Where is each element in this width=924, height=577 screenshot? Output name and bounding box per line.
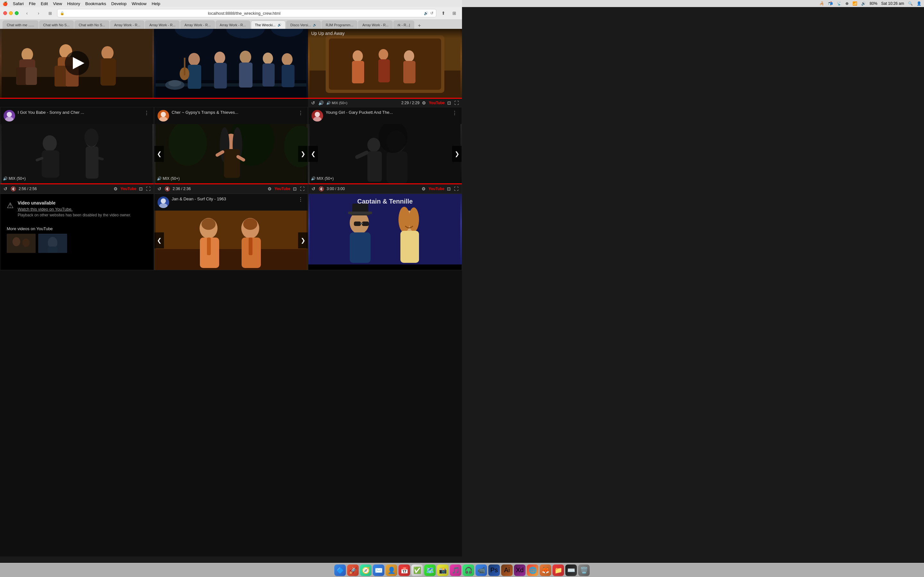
minimize-button[interactable] (9, 11, 13, 15)
carousel-prev-jan-dean[interactable]: ❮ (154, 232, 164, 248)
cast-2[interactable]: ⊡ (292, 185, 297, 192)
tvshow-thumbnail[interactable]: Up Up and Away (308, 29, 462, 98)
carousel-next-3[interactable]: ❯ (452, 146, 462, 162)
menu-history[interactable]: History (67, 1, 80, 6)
cast-btn-top[interactable]: ⊡ (447, 100, 452, 106)
tab-disco[interactable]: Disco Versi... 🔊 (286, 21, 321, 29)
carousel-next-jan-dean[interactable]: ❯ (298, 232, 308, 248)
video-2-progress (154, 98, 308, 99)
maximize-button[interactable] (15, 11, 19, 15)
address-bar[interactable]: 🔒 localhost:8888/the_wrecking_crew.html … (57, 9, 436, 17)
video-grid-middle: I Got You Babe - Sonny and Cher ... ⋮ (0, 107, 462, 193)
replay-btn-top[interactable]: ↺ (310, 100, 316, 106)
video-3-menu-btn[interactable]: ⋮ (451, 110, 459, 116)
replay-3[interactable]: ↺ (311, 185, 316, 192)
video-1-menu-btn[interactable]: ⋮ (143, 110, 150, 116)
more-thumb-2[interactable] (38, 234, 67, 253)
video-3-info: Young Girl - Gary Puckett And The... (326, 110, 448, 115)
apple-menu[interactable]: 🍎 (3, 1, 8, 6)
menu-develop[interactable]: Develop (111, 1, 127, 6)
reload-button[interactable]: ↺ (430, 11, 433, 15)
menu-bookmarks[interactable]: Bookmarks (86, 1, 106, 6)
tab-chat-1[interactable]: Chat with me ...... (3, 21, 39, 29)
replay-1[interactable]: ↺ (3, 185, 8, 192)
carousel-prev-3[interactable]: ❮ (309, 146, 318, 162)
svg-point-73 (367, 138, 380, 152)
unavailable-text: Video unavailable Watch this video on Yo… (18, 200, 131, 218)
more-thumb-1[interactable] (7, 234, 36, 253)
new-tab-button[interactable]: ⊞ (450, 10, 459, 17)
settings-btn-top[interactable]: ⚙ (421, 100, 427, 106)
menu-window[interactable]: Window (132, 1, 146, 6)
video-2-menu-btn[interactable]: ⋮ (297, 110, 304, 116)
video-cell-2: Cher ~ Gypsy's Tramps & Thieves... ⋮ ❮ (154, 107, 308, 193)
top-video-controls: ↺ 🔊 🔊 MIX (50+) 2:29 / 2:29 ⚙ YouTube ⊡ … (308, 99, 462, 107)
fullscreen-btn-top[interactable]: ⛶ (454, 100, 459, 106)
svg-point-29 (282, 53, 292, 65)
fullscreen-3[interactable]: ⛶ (453, 185, 459, 192)
top-video-cell-2 (154, 29, 308, 107)
mute-1[interactable]: 🔇 (10, 185, 17, 192)
unavailable-description: Playback on other websites has been disa… (18, 213, 131, 218)
video-3-controls: ↺ 🔇 3:00 / 3:00 ⚙ YouTube ⊡ ⛶ (309, 184, 462, 193)
video-3-thumbnail[interactable]: ❮ 🔊 MIX ( (309, 124, 462, 183)
close-button[interactable] (3, 11, 7, 15)
forward-button[interactable]: › (34, 10, 43, 17)
tab-array-4[interactable]: Array Work - R... (216, 21, 250, 29)
cast-3[interactable]: ⊡ (446, 185, 451, 192)
tab-array-2[interactable]: Array Work - R... (145, 21, 180, 29)
settings-2[interactable]: ⚙ (267, 185, 272, 192)
audio-playing-icon[interactable]: 🔊 (424, 11, 428, 15)
channel-avatar-jan-dean[interactable] (158, 197, 169, 208)
fullscreen-2[interactable]: ⛶ (299, 185, 305, 192)
share-button[interactable]: ⬆ (439, 10, 448, 17)
tab-chat-3[interactable]: Chat with No S... (74, 21, 110, 29)
svg-point-93 (243, 218, 257, 230)
video-2-thumbnail[interactable]: ❮ (154, 124, 308, 183)
channel-avatar-3[interactable] (312, 110, 323, 121)
video-captain-thumbnail[interactable]: Captain & Tennille (309, 194, 462, 264)
carousel-next-2[interactable]: ❯ (298, 146, 308, 162)
svg-rect-8 (55, 66, 67, 87)
tab-wrecking-crew[interactable]: The Wrecki... 🔊 (251, 21, 286, 29)
svg-rect-24 (214, 63, 227, 89)
band-video-thumbnail[interactable] (0, 29, 154, 98)
menu-edit[interactable]: Edit (41, 1, 48, 6)
channel-avatar-2[interactable] (158, 110, 169, 121)
settings-1[interactable]: ⚙ (113, 185, 118, 192)
mute-btn-top[interactable]: 🔊 (318, 100, 325, 106)
tab-rjm[interactable]: RJM Programm... (321, 21, 357, 29)
svg-rect-26 (239, 63, 252, 87)
carousel-prev-2[interactable]: ❮ (154, 146, 164, 162)
tab-array-3[interactable]: Array Work - R... (180, 21, 215, 29)
fullscreen-1[interactable]: ⛶ (145, 185, 151, 192)
tab-array-1[interactable]: Array Work - R... (110, 21, 145, 29)
menu-help[interactable]: Help (152, 1, 160, 6)
tab-array-5[interactable]: Array Work - R... (358, 21, 393, 29)
settings-3[interactable]: ⚙ (421, 185, 426, 192)
menu-safari[interactable]: Safari (13, 1, 24, 6)
menu-view[interactable]: View (53, 1, 62, 6)
video-jan-dean-info: Jan & Dean - Surf City - 1963 (172, 197, 294, 202)
new-tab-plus-button[interactable]: + (416, 23, 423, 29)
channel-avatar-1[interactable] (3, 110, 15, 121)
mute-2[interactable]: 🔇 (164, 185, 171, 192)
tab-chat-2[interactable]: Chat with No S... (39, 21, 74, 29)
video-cell-jan-dean: Jan & Dean - Surf City - 1963 ⋮ ❮ (154, 193, 308, 270)
mute-3[interactable]: 🔇 (318, 185, 325, 192)
video-unavailable-container: ⚠ Video unavailable Watch this video on … (0, 194, 153, 259)
replay-2[interactable]: ↺ (157, 185, 162, 192)
watch-on-youtube-link[interactable]: Watch this video on YouTube. (18, 207, 131, 211)
menu-file[interactable]: File (29, 1, 36, 6)
cast-1[interactable]: ⊡ (138, 185, 144, 192)
back-button[interactable]: ‹ (23, 10, 31, 17)
video-3-title: Young Girl - Gary Puckett And The... (326, 110, 448, 115)
svg-rect-102 (360, 223, 363, 224)
video-jan-dean-menu-btn[interactable]: ⋮ (297, 197, 304, 203)
sidebar-button[interactable]: ⊞ (45, 10, 55, 17)
video-jan-dean-thumbnail[interactable]: ❮ (154, 211, 308, 270)
tab-last[interactable]: rk - R...| (393, 21, 414, 29)
video-1-thumbnail[interactable]: 🔊 MIX (50+) (0, 124, 153, 183)
stage-video-thumbnail[interactable] (154, 29, 308, 98)
svg-point-27 (263, 53, 273, 64)
